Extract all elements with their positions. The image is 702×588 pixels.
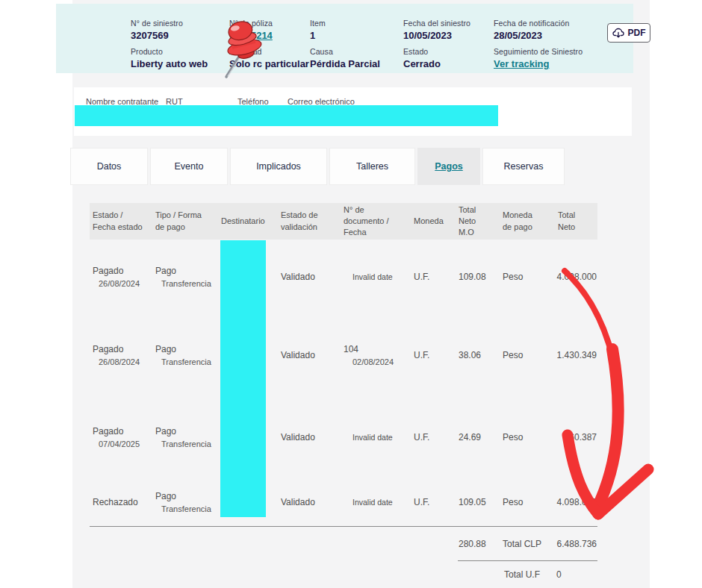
totals-row: 280.88 Total CLP 6.488.736 bbox=[90, 526, 597, 561]
cell-documento: Invalid date bbox=[341, 240, 411, 314]
moneda-value: U.F. bbox=[414, 497, 456, 507]
cell-moneda: U.F. bbox=[411, 396, 456, 478]
cell-total-neto-mo: 109.08 bbox=[456, 240, 500, 314]
tab-label: Talleres bbox=[356, 161, 388, 172]
field-value: 1 bbox=[310, 30, 326, 41]
cell-total-neto: 4.098.000 bbox=[555, 240, 597, 314]
total-neto-value: 960.387 bbox=[565, 432, 597, 442]
field-label: Seguimiento de Siniestro bbox=[494, 47, 583, 56]
cell-total-neto-mo: 109.05 bbox=[456, 478, 500, 526]
pdf-button-label: PDF bbox=[628, 28, 646, 38]
col-header-validacion: Estado de validación bbox=[278, 203, 341, 240]
table-row: Pagado 07/04/2025 Pago Transferencia Val… bbox=[90, 396, 597, 478]
forma-value: Transferencia bbox=[155, 440, 218, 448]
cell-tipo: Pago Transferencia bbox=[152, 396, 218, 478]
tab-pagos[interactable]: Pagos bbox=[417, 148, 480, 185]
cell-estado: Pagado 26/08/2024 bbox=[90, 240, 152, 314]
estado-value: Rechazado bbox=[93, 497, 152, 507]
field-value: 10/05/2023 bbox=[403, 30, 470, 41]
field-label: Item bbox=[310, 19, 326, 28]
validacion-value: Validado bbox=[281, 432, 341, 442]
table-row: Pagado 26/08/2024 Pago Transferencia Val… bbox=[90, 240, 597, 314]
tab-label: Reservas bbox=[504, 161, 544, 172]
cell-validacion: Validado bbox=[278, 478, 341, 526]
forma-value: Transferencia bbox=[155, 504, 218, 513]
total-neto-mo-value: 109.05 bbox=[459, 497, 500, 507]
cell-moneda-pago: Peso bbox=[500, 314, 555, 396]
field-label: N° de póliza bbox=[229, 19, 273, 28]
tab-label: Evento bbox=[175, 161, 204, 172]
field-fecha-siniestro: Fecha del siniestro 10/05/2023 bbox=[403, 19, 470, 41]
field-value: Cerrado bbox=[403, 58, 441, 69]
cell-validacion: Validado bbox=[278, 240, 341, 314]
tab-implicados[interactable]: Implicados bbox=[230, 148, 327, 185]
cell-tipo: Pago Transferencia bbox=[152, 314, 218, 396]
fecha-estado-value: 26/08/2024 bbox=[93, 279, 152, 288]
cell-estado: Rechazado bbox=[90, 478, 152, 526]
cell-total-neto: 960.387 bbox=[555, 396, 597, 478]
tab-reservas[interactable]: Reservas bbox=[482, 148, 565, 185]
fecha-estado-value: 26/08/2024 bbox=[93, 357, 152, 366]
field-siniestro: N° de siniestro 3207569 bbox=[131, 19, 183, 41]
field-actividad: Actividad Solo rc particular bbox=[229, 47, 309, 69]
totals-uf-value: 0 bbox=[556, 569, 562, 580]
totals-clp-value: 6.488.736 bbox=[555, 539, 597, 549]
field-label: Fecha de notificación bbox=[494, 19, 569, 28]
cell-moneda-pago: Peso bbox=[500, 478, 555, 526]
estado-value: Pagado bbox=[93, 426, 152, 437]
validacion-value: Validado bbox=[281, 350, 341, 360]
forma-value: Transferencia bbox=[155, 357, 218, 366]
cell-estado: Pagado 26/08/2024 bbox=[90, 314, 152, 396]
claim-summary-card: N° de siniestro 3207569 N° de póliza 616… bbox=[56, 4, 633, 73]
totals-divider bbox=[458, 560, 597, 561]
total-neto-mo-value: 38.06 bbox=[459, 350, 500, 360]
total-neto-mo-value: 109.08 bbox=[459, 272, 500, 282]
tab-evento[interactable]: Evento bbox=[150, 148, 228, 185]
col-header-total-neto-mo: Total Neto M.O bbox=[456, 203, 500, 240]
moneda-pago-value: Peso bbox=[503, 272, 555, 282]
estado-value: Pagado bbox=[93, 344, 152, 354]
cell-total-neto: 1.430.349 bbox=[555, 314, 597, 396]
cell-documento: Invalid date bbox=[341, 478, 411, 526]
total-neto-value: 1.430.349 bbox=[557, 350, 597, 360]
tipo-value: Pago bbox=[155, 491, 218, 501]
col-header-tipo: Tipo / Forma de pago bbox=[152, 203, 218, 240]
tipo-value: Pago bbox=[155, 426, 218, 437]
validacion-value: Validado bbox=[281, 272, 341, 282]
forma-value: Transferencia bbox=[155, 279, 218, 288]
field-item: Item 1 bbox=[310, 19, 326, 41]
moneda-value: U.F. bbox=[414, 272, 456, 282]
redacted-destinatario-column bbox=[220, 240, 266, 517]
tab-datos[interactable]: Datos bbox=[70, 148, 148, 185]
tab-label: Implicados bbox=[256, 161, 301, 172]
contact-info-bar: Nombre contratante RUT Teléfono Correo e… bbox=[74, 87, 632, 136]
field-poliza: N° de póliza 61695214 bbox=[229, 19, 273, 41]
field-causa: Causa Pérdida Parcial bbox=[310, 47, 380, 69]
cell-documento: Invalid date bbox=[341, 396, 411, 478]
col-header-moneda-pago: Moneda de pago bbox=[500, 203, 555, 240]
payments-table-header: Estado / Fecha estado Tipo / Forma de pa… bbox=[90, 203, 597, 240]
field-seguimiento: Seguimiento de Siniestro Ver tracking bbox=[494, 47, 583, 69]
cell-validacion: Validado bbox=[278, 314, 341, 396]
documento-value: 104 bbox=[344, 344, 411, 354]
field-label: Actividad bbox=[229, 47, 309, 56]
col-header-total-neto: Total Neto bbox=[555, 203, 597, 240]
tab-talleres[interactable]: Talleres bbox=[329, 148, 415, 185]
moneda-pago-value: Peso bbox=[503, 497, 555, 507]
totals-uf-label: Total U.F bbox=[504, 569, 540, 580]
field-fecha-notificacion: Fecha de notificación 28/05/2023 bbox=[494, 19, 569, 41]
cell-moneda: U.F. bbox=[411, 478, 456, 526]
moneda-value: U.F. bbox=[414, 432, 456, 442]
cell-tipo: Pago Transferencia bbox=[152, 478, 218, 526]
download-cloud-icon bbox=[612, 28, 624, 38]
field-value: Solo rc particular bbox=[229, 58, 309, 69]
tipo-value: Pago bbox=[155, 266, 218, 276]
pdf-download-button[interactable]: PDF bbox=[607, 23, 650, 43]
documento-value: Invalid date bbox=[344, 433, 411, 442]
field-producto: Producto Liberty auto web bbox=[131, 47, 208, 69]
payments-table-body: Pagado 26/08/2024 Pago Transferencia Val… bbox=[90, 240, 597, 526]
policy-number-link[interactable]: 61695214 bbox=[229, 30, 273, 41]
moneda-value: U.F. bbox=[414, 350, 456, 360]
moneda-pago-value: Peso bbox=[503, 432, 555, 442]
ver-tracking-link[interactable]: Ver tracking bbox=[494, 58, 583, 69]
